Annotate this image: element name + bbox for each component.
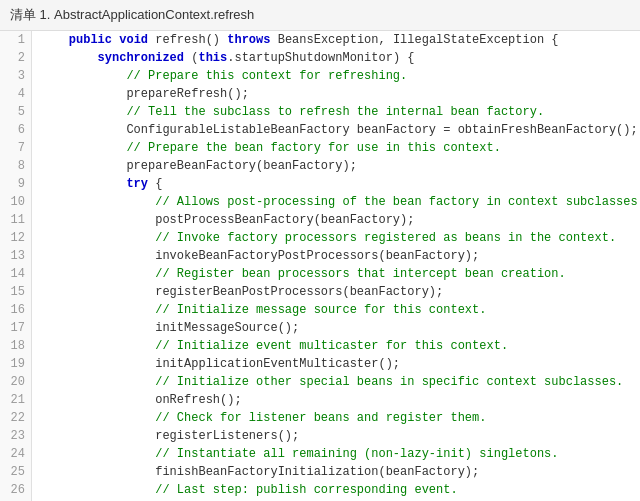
line-number: 4: [0, 85, 31, 103]
line-number: 23: [0, 427, 31, 445]
title-bar: 清单 1. AbstractApplicationContext.refresh: [0, 0, 640, 31]
code-line: // Register bean processors that interce…: [40, 265, 640, 283]
code-line: // Prepare the bean factory for use in t…: [40, 139, 640, 157]
code-line: invokeBeanFactoryPostProcessors(beanFact…: [40, 247, 640, 265]
line-number: 19: [0, 355, 31, 373]
code-container: 1234567891011121314151617181920212223242…: [0, 31, 640, 501]
code-line: // Initialize other special beans in spe…: [40, 373, 640, 391]
code-line: try {: [40, 175, 640, 193]
title-text: 清单 1. AbstractApplicationContext.refresh: [10, 7, 254, 22]
line-number: 18: [0, 337, 31, 355]
line-number: 25: [0, 463, 31, 481]
line-number: 5: [0, 103, 31, 121]
code-line: // Prepare this context for refreshing.: [40, 67, 640, 85]
code-line: registerListeners();: [40, 427, 640, 445]
code-line: // Initialize event multicaster for this…: [40, 337, 640, 355]
code-line: ConfigurableListableBeanFactory beanFact…: [40, 121, 640, 139]
line-number: 3: [0, 67, 31, 85]
line-number: 11: [0, 211, 31, 229]
code-line: // Allows post-processing of the bean fa…: [40, 193, 640, 211]
line-number: 9: [0, 175, 31, 193]
code-line: public void refresh() throws BeansExcept…: [40, 31, 640, 49]
code-line: // Tell the subclass to refresh the inte…: [40, 103, 640, 121]
code-line: // Last step: publish corresponding even…: [40, 481, 640, 499]
code-line: onRefresh();: [40, 391, 640, 409]
line-numbers: 1234567891011121314151617181920212223242…: [0, 31, 32, 501]
code-line: // Check for listener beans and register…: [40, 409, 640, 427]
code-line: initMessageSource();: [40, 319, 640, 337]
line-number: 17: [0, 319, 31, 337]
line-number: 13: [0, 247, 31, 265]
line-number: 1: [0, 31, 31, 49]
code-line: // Initialize message source for this co…: [40, 301, 640, 319]
line-number: 8: [0, 157, 31, 175]
code-line: // Invoke factory processors registered …: [40, 229, 640, 247]
line-number: 7: [0, 139, 31, 157]
code-line: finishBeanFactoryInitialization(beanFact…: [40, 463, 640, 481]
code-content[interactable]: public void refresh() throws BeansExcept…: [32, 31, 640, 501]
code-line: postProcessBeanFactory(beanFactory);: [40, 211, 640, 229]
code-line: prepareBeanFactory(beanFactory);: [40, 157, 640, 175]
line-number: 26: [0, 481, 31, 499]
line-number: 12: [0, 229, 31, 247]
line-number: 10: [0, 193, 31, 211]
line-number: 22: [0, 409, 31, 427]
code-line: synchronized (this.startupShutdownMonito…: [40, 49, 640, 67]
line-number: 16: [0, 301, 31, 319]
line-number: 6: [0, 121, 31, 139]
line-number: 20: [0, 373, 31, 391]
code-line: prepareRefresh();: [40, 85, 640, 103]
line-number: 15: [0, 283, 31, 301]
code-line: registerBeanPostProcessors(beanFactory);: [40, 283, 640, 301]
code-line: initApplicationEventMulticaster();: [40, 355, 640, 373]
line-number: 21: [0, 391, 31, 409]
line-number: 24: [0, 445, 31, 463]
line-number: 14: [0, 265, 31, 283]
line-number: 2: [0, 49, 31, 67]
code-line: // Instantiate all remaining (non-lazy-i…: [40, 445, 640, 463]
